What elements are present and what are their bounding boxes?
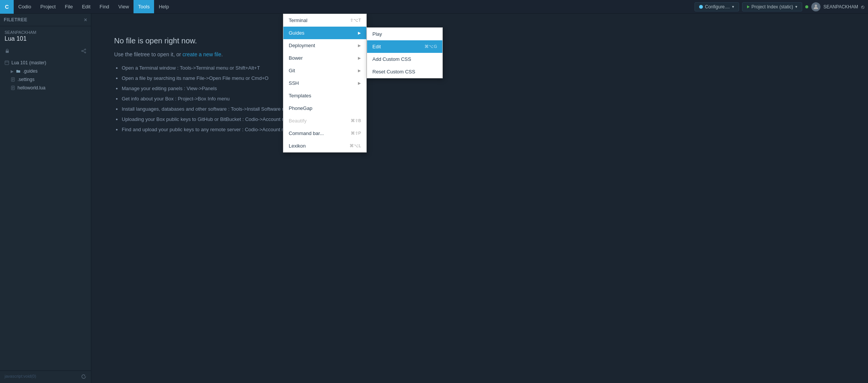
tools-menu-item-beautify: Beautify ⌘⇧B	[283, 114, 366, 127]
guides-submenu: Play Edit ⌘⌥G Add Custom CSS Reset Custo…	[367, 27, 443, 78]
submenu-arrow: ▶	[358, 81, 361, 85]
list-item: Find and upload your public keys to any …	[122, 127, 845, 132]
tools-dropdown-menu: Terminal ⇧⌥T Guides ▶ Deployment ▶ Bower…	[283, 14, 367, 153]
submenu-arrow: ▶	[358, 56, 361, 60]
lua-file-icon	[11, 86, 15, 90]
tools-menu-item-git[interactable]: Git ▶	[283, 64, 366, 77]
folder-icon	[16, 69, 21, 73]
footer-text: javascript:void(0)	[5, 374, 36, 380]
tools-menu-item-command-bar[interactable]: Command bar... ⌘⇧P	[283, 127, 366, 140]
list-item: Uploading your Box public keys to GitHub…	[122, 116, 845, 122]
tools-menu-item-templates[interactable]: Templates	[283, 89, 366, 102]
filetree: Lua 101 (master) ▶ .guides .settings	[0, 57, 91, 370]
menubar-item-find[interactable]: Find	[95, 0, 114, 13]
menubar-item-project[interactable]: Project	[36, 0, 60, 13]
menubar-item-edit[interactable]: Edit	[77, 0, 95, 13]
svg-marker-1	[747, 5, 750, 8]
arrow-icon: ▶	[11, 69, 14, 73]
create-new-file-link[interactable]: create a new file	[183, 51, 221, 57]
logout-icon[interactable]: ⎋	[861, 4, 864, 10]
configure-chevron: ▼	[731, 5, 735, 9]
content-area: No file is open right now. Use the filet…	[91, 14, 868, 383]
play-icon	[746, 5, 750, 9]
main-layout: Filetree × SEANPACKHAM Lua 101	[0, 14, 868, 383]
settings-label: .settings	[17, 77, 35, 82]
project-name: Lua 101	[5, 35, 86, 42]
guides-submenu-item-play[interactable]: Play	[367, 28, 442, 40]
close-icon[interactable]: ×	[84, 17, 87, 23]
menubar-items: Codio Project File Edit Find View Tools …	[14, 0, 173, 13]
sidebar-header-icons: ×	[84, 17, 87, 23]
filetree-item-settings[interactable]: .settings	[0, 75, 91, 84]
helloworld-label: helloworld.lua	[17, 85, 45, 91]
sidebar: Filetree × SEANPACKHAM Lua 101	[0, 14, 91, 383]
app-logo[interactable]: C	[0, 0, 14, 14]
user-icon	[813, 4, 819, 10]
svg-line-7	[83, 50, 84, 51]
share-icon[interactable]	[81, 48, 86, 55]
svg-point-2	[815, 5, 817, 7]
sidebar-footer: javascript:void(0)	[0, 370, 91, 383]
tools-menu-item-terminal[interactable]: Terminal ⇧⌥T	[283, 14, 366, 27]
svg-point-4	[85, 49, 86, 50]
project-index-chevron: ▼	[795, 5, 798, 9]
project-index-button[interactable]: Project Index (static) ▼	[742, 2, 802, 11]
refresh-icon[interactable]	[81, 374, 86, 380]
file-icon	[11, 77, 15, 82]
svg-point-0	[699, 5, 703, 9]
username-label: SEANPACKHAM	[823, 4, 858, 10]
list-item: Open a Terminal window : Tools->Terminal…	[122, 65, 845, 71]
tools-menu-item-lexikon[interactable]: Lexikon ⌘⌥L	[283, 140, 366, 152]
tips-list: Open a Terminal window : Tools->Terminal…	[114, 65, 845, 132]
filetree-item-guides[interactable]: ▶ .guides	[0, 67, 91, 75]
repo-icon	[5, 60, 9, 65]
menubar-item-file[interactable]: File	[60, 0, 77, 13]
list-item: Open a file by searching its name File->…	[122, 75, 845, 81]
lock-icon[interactable]	[5, 48, 10, 55]
menubar-right: Configure.... ▼ Project Index (static) ▼…	[695, 2, 868, 11]
project-info: SEANPACKHAM Lua 101	[0, 26, 91, 46]
svg-rect-9	[5, 61, 9, 65]
tools-menu-item-ssh[interactable]: SSH ▶	[283, 77, 366, 89]
sidebar-header: Filetree ×	[0, 14, 91, 26]
rocket-icon	[699, 5, 703, 9]
tools-menu-item-guides[interactable]: Guides ▶	[283, 27, 366, 39]
svg-point-5	[85, 52, 86, 53]
list-item: Install languages, databases and other s…	[122, 106, 845, 112]
guides-submenu-item-edit[interactable]: Edit ⌘⌥G	[367, 40, 442, 53]
tools-menu-item-bower[interactable]: Bower ▶	[283, 52, 366, 64]
filetree-item-lua101[interactable]: Lua 101 (master)	[0, 59, 91, 67]
configure-button[interactable]: Configure.... ▼	[695, 2, 739, 11]
list-item: Manage your editing panels : View->Panel…	[122, 86, 845, 91]
menubar-item-view[interactable]: View	[114, 0, 134, 13]
status-indicator	[805, 5, 808, 8]
submenu-arrow: ▶	[358, 31, 361, 35]
svg-rect-3	[6, 51, 9, 53]
no-file-title: No file is open right now.	[114, 37, 845, 45]
submenu-arrow: ▶	[358, 43, 361, 48]
menubar-item-tools[interactable]: Tools	[134, 0, 154, 13]
guides-label: .guides	[23, 68, 38, 74]
svg-line-8	[83, 51, 84, 52]
menubar: C Codio Project File Edit Find View Tool…	[0, 0, 868, 14]
project-username: SEANPACKHAM	[5, 30, 86, 35]
tools-menu-item-deployment[interactable]: Deployment ▶	[283, 39, 366, 52]
menubar-item-help[interactable]: Help	[154, 0, 173, 13]
hint-text: Use the filetree to open it, or create a…	[114, 51, 845, 57]
filetree-label: Filetree	[4, 17, 27, 22]
svg-point-6	[82, 51, 83, 52]
filetree-item-label: Lua 101 (master)	[11, 60, 46, 65]
guides-submenu-item-add-css[interactable]: Add Custom CSS	[367, 53, 442, 65]
list-item: Get info about your Box : Project->Box I…	[122, 96, 845, 102]
tools-menu-item-phonegap[interactable]: PhoneGap	[283, 102, 366, 114]
sidebar-actions	[0, 46, 91, 57]
avatar	[811, 2, 820, 11]
guides-submenu-item-reset-css[interactable]: Reset Custom CSS	[367, 65, 442, 78]
submenu-arrow: ▶	[358, 68, 361, 73]
filetree-item-helloworld[interactable]: helloworld.lua	[0, 84, 91, 92]
menubar-item-codio[interactable]: Codio	[14, 0, 36, 13]
